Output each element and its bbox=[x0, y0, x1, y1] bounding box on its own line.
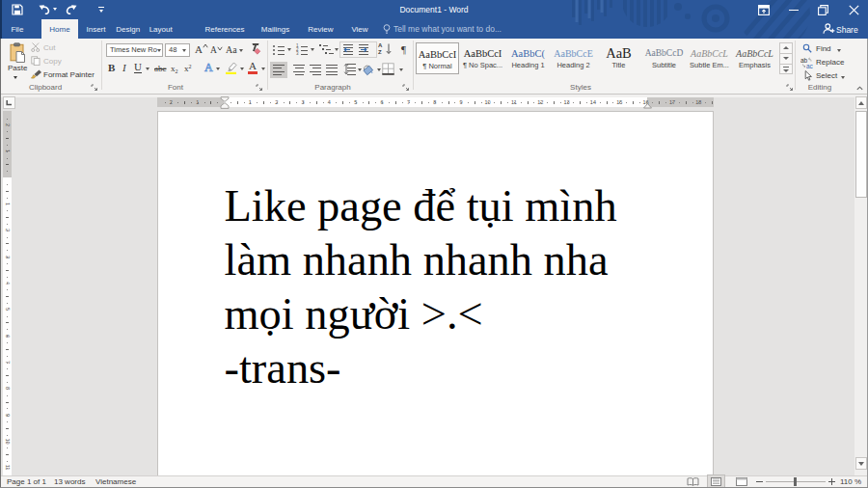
svg-text:ac: ac bbox=[806, 63, 814, 69]
